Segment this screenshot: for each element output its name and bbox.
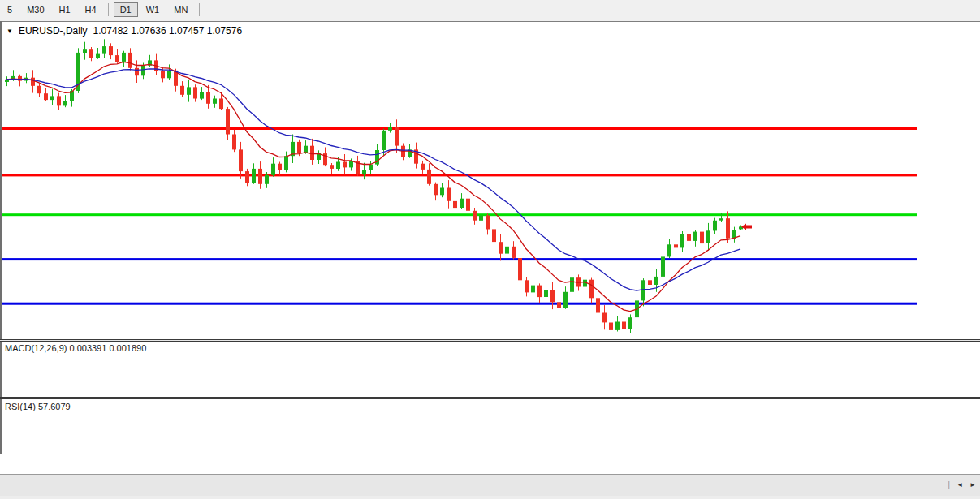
horizontal-level-line[interactable] bbox=[0, 127, 917, 130]
candle-body bbox=[37, 86, 41, 93]
candle-body bbox=[615, 322, 620, 330]
price-chart-canvas[interactable] bbox=[0, 22, 917, 338]
candle-body bbox=[349, 161, 353, 168]
tab-scroll-left-icon[interactable]: ◄ bbox=[956, 481, 963, 488]
candle-body bbox=[219, 99, 223, 110]
timeframe-button-d1[interactable]: D1 bbox=[114, 2, 138, 17]
candle-body bbox=[343, 162, 347, 168]
candle-body bbox=[226, 109, 230, 134]
candle-body bbox=[213, 99, 217, 104]
candle-body bbox=[674, 244, 678, 247]
time-axis[interactable] bbox=[0, 454, 980, 474]
candle-body bbox=[200, 92, 204, 99]
tab-scroll-right-icon[interactable]: ► bbox=[969, 481, 976, 488]
candle-body bbox=[128, 53, 132, 68]
candle-body bbox=[550, 290, 555, 302]
candle-body bbox=[557, 302, 561, 308]
timeframe-button-h1[interactable]: H1 bbox=[53, 2, 77, 17]
mt4-window: 5M30H1H4D1W1MN ▼ EURUSD-,Daily 1.07482 1… bbox=[0, 0, 980, 499]
candle-body bbox=[141, 66, 145, 76]
candle-body bbox=[596, 298, 600, 312]
timeframe-toolbar: 5M30H1H4D1W1MN bbox=[0, 0, 980, 19]
candle-body bbox=[206, 92, 210, 104]
candle-body bbox=[680, 234, 684, 248]
candle-body bbox=[473, 211, 477, 221]
candle-body bbox=[239, 149, 243, 171]
candle-body bbox=[83, 49, 87, 53]
candle-body bbox=[525, 280, 529, 292]
symbol-dropdown-icon[interactable]: ▼ bbox=[6, 28, 13, 35]
candle-body bbox=[31, 78, 35, 86]
candle-body bbox=[271, 164, 275, 175]
candle-body bbox=[693, 232, 697, 241]
candle-body bbox=[719, 218, 723, 221]
candle-body bbox=[336, 162, 340, 170]
candle-body bbox=[466, 199, 470, 211]
candle-body bbox=[382, 131, 386, 150]
chart-symbol-label: EURUSD-,Daily bbox=[19, 25, 88, 37]
candle-body bbox=[18, 76, 22, 81]
candle-body bbox=[388, 127, 392, 131]
candle-body bbox=[161, 71, 165, 78]
candle-body bbox=[50, 96, 54, 100]
timeframe-button-h4[interactable]: H4 bbox=[79, 2, 103, 17]
candle-body bbox=[245, 171, 249, 183]
candle-body bbox=[89, 49, 93, 58]
rsi-indicator-canvas[interactable] bbox=[0, 399, 917, 454]
chart-ohlc-values: 1.07482 1.07636 1.07457 1.07576 bbox=[93, 25, 243, 37]
status-strip bbox=[0, 496, 980, 499]
candle-body bbox=[700, 232, 704, 244]
candle-body bbox=[57, 96, 61, 105]
toolbar-separator bbox=[108, 3, 109, 16]
candle-body bbox=[193, 87, 197, 98]
candle-body bbox=[661, 256, 665, 277]
horizontal-level-line[interactable] bbox=[0, 303, 917, 305]
candle-body bbox=[602, 313, 607, 323]
candle-body bbox=[232, 135, 236, 150]
timeframe-button-5[interactable]: 5 bbox=[1, 2, 19, 17]
rsi-axis[interactable] bbox=[918, 399, 980, 454]
candle-body bbox=[440, 188, 444, 196]
timeframe-button-mn[interactable]: MN bbox=[167, 2, 194, 17]
candle-body bbox=[726, 218, 730, 239]
candle-body bbox=[706, 230, 710, 243]
rsi-indicator-label: RSI(14) 57.6079 bbox=[5, 402, 71, 411]
candle-body bbox=[589, 280, 594, 299]
candle-body bbox=[102, 46, 106, 54]
candle-body bbox=[304, 146, 308, 153]
candle-body bbox=[96, 54, 100, 58]
rsi-panel-splitter[interactable] bbox=[0, 397, 980, 399]
candle-body bbox=[180, 86, 184, 95]
tab-bar-divider: | bbox=[948, 480, 950, 489]
candle-body bbox=[486, 216, 490, 230]
candle-body bbox=[252, 169, 256, 183]
horizontal-level-line[interactable] bbox=[0, 258, 917, 260]
timeframe-button-m30[interactable]: M30 bbox=[20, 2, 50, 17]
chart-tab-bar bbox=[0, 474, 980, 496]
toolbar-separator bbox=[199, 3, 200, 16]
candle-body bbox=[687, 234, 691, 241]
horizontal-level-line[interactable] bbox=[0, 213, 917, 216]
macd-axis[interactable] bbox=[918, 342, 980, 397]
candle-body bbox=[641, 280, 645, 300]
candle-body bbox=[667, 244, 671, 256]
candle-body bbox=[44, 93, 48, 100]
candle-body bbox=[187, 87, 191, 94]
horizontal-level-line[interactable] bbox=[0, 174, 917, 176]
ma-fast-line bbox=[6, 62, 740, 311]
candle-body bbox=[427, 170, 431, 184]
candle-body bbox=[609, 323, 613, 330]
candle-body bbox=[362, 170, 366, 175]
macd-panel-splitter[interactable] bbox=[0, 339, 980, 342]
candle-body bbox=[570, 277, 574, 292]
candle-body bbox=[63, 101, 67, 106]
candle-body bbox=[434, 184, 438, 196]
candle-body bbox=[167, 71, 171, 78]
candle-body bbox=[297, 142, 301, 153]
price-axis[interactable] bbox=[918, 21, 980, 339]
candle-body bbox=[369, 165, 373, 170]
macd-indicator-label: MACD(12,26,9) 0.003391 0.001890 bbox=[5, 343, 146, 353]
timeframe-button-w1[interactable]: W1 bbox=[140, 2, 166, 17]
candle-body bbox=[648, 280, 652, 285]
candle-body bbox=[122, 53, 126, 62]
